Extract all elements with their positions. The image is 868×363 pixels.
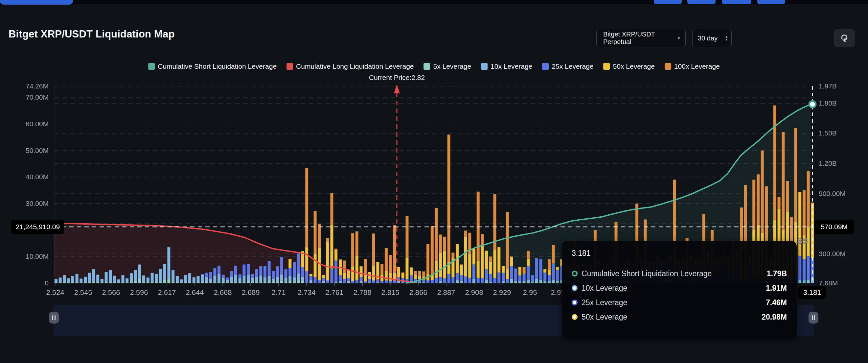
tooltip-series-label: Cumulative Short Liquidation Leverage [582, 269, 767, 278]
tooltip-row-4: 50x Leverage20.98M [572, 310, 787, 324]
svg-text:2.866: 2.866 [409, 288, 427, 297]
svg-text:50.00M: 50.00M [26, 147, 49, 154]
tooltip-series-value: 20.98M [762, 313, 787, 322]
svg-text:2.617: 2.617 [158, 288, 176, 297]
svg-text:900.00M: 900.00M [819, 190, 846, 197]
svg-text:2.815: 2.815 [381, 288, 399, 297]
svg-text:0: 0 [45, 279, 49, 287]
liquidation-map-page: Bitget XRP/USDT Liquidation Map Bitget X… [0, 0, 868, 363]
tooltip-title: 3.181 [572, 249, 787, 258]
svg-text:2.887: 2.887 [437, 288, 455, 297]
svg-text:2.596: 2.596 [130, 288, 148, 297]
svg-text:70.00M: 70.00M [26, 93, 49, 101]
svg-text:2.734: 2.734 [297, 288, 315, 297]
tooltip-series-label: 50x Leverage [582, 313, 762, 322]
tooltip-series-dot-icon [572, 285, 578, 291]
svg-text:74.26M: 74.26M [26, 82, 49, 90]
watermark-text: ss [797, 235, 808, 246]
current-price-annotation: Current Price:2.82 [369, 74, 425, 82]
svg-text:2.545: 2.545 [74, 288, 92, 297]
left-axis-crosshair-badge: 21,245,910.09 [11, 220, 64, 234]
tooltip-series-label: 10x Leverage [582, 284, 766, 292]
x-axis-crosshair-badge: 3.181 [798, 286, 826, 299]
svg-text:1.97B: 1.97B [819, 82, 837, 90]
svg-text:2.788: 2.788 [353, 288, 371, 297]
short-line-end-marker [809, 101, 816, 108]
tooltip-series-value: 1.79B [767, 269, 787, 278]
tooltip-row-2: 10x Leverage1.91M [572, 281, 787, 295]
svg-text:2.761: 2.761 [325, 288, 343, 297]
right-axis-crosshair-badge: 570.09M [814, 220, 854, 234]
svg-text:2.908: 2.908 [465, 288, 483, 297]
svg-text:300.00M: 300.00M [819, 250, 846, 257]
tooltip-series-label: 25x Leverage [582, 298, 766, 307]
tooltip-row-3: 25x Leverage7.46M [572, 295, 787, 310]
slider-right-handle[interactable] [809, 312, 818, 324]
svg-text:2.95: 2.95 [523, 288, 537, 297]
chart-tooltip: 3.181 Cumulative Short Liquidation Lever… [562, 241, 797, 339]
svg-text:1.20B: 1.20B [819, 160, 837, 167]
svg-text:1.50B: 1.50B [819, 129, 837, 137]
slider-left-handle[interactable] [49, 312, 59, 324]
svg-text:2.566: 2.566 [102, 288, 120, 297]
svg-text:2.689: 2.689 [242, 288, 259, 297]
tooltip-series-dot-icon [572, 271, 578, 277]
svg-text:2.644: 2.644 [186, 288, 204, 297]
tooltip-series-value: 1.91M [766, 284, 787, 292]
area-long [54, 223, 413, 283]
svg-text:2.668: 2.668 [214, 288, 231, 297]
svg-text:2.929: 2.929 [493, 288, 511, 297]
svg-text:2.524: 2.524 [46, 288, 64, 297]
tooltip-rows: Cumulative Short Liquidation Leverage1.7… [572, 266, 787, 324]
svg-text:7.68M: 7.68M [819, 279, 838, 287]
svg-text:30.00M: 30.00M [26, 200, 49, 207]
svg-text:60.00M: 60.00M [26, 120, 49, 128]
svg-text:1.80B: 1.80B [819, 99, 837, 107]
tooltip-series-dot-icon [572, 314, 578, 320]
svg-text:40.00M: 40.00M [26, 173, 49, 180]
tooltip-series-value: 7.46M [766, 298, 787, 307]
svg-text:10.00M: 10.00M [26, 253, 49, 260]
current-price-arrow-icon [394, 84, 400, 93]
tooltip-row-1: Cumulative Short Liquidation Leverage1.7… [572, 266, 787, 281]
tooltip-series-dot-icon [572, 300, 578, 305]
svg-text:2.71: 2.71 [272, 288, 286, 297]
